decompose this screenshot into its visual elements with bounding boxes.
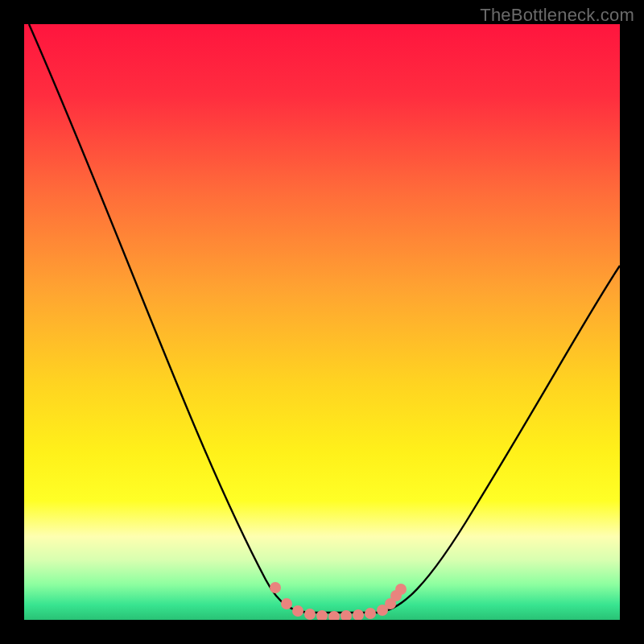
watermark-text: TheBottleneck.com [480, 5, 634, 26]
marker-dot [395, 584, 407, 595]
marker-dot [292, 605, 303, 617]
marker-dot [365, 608, 376, 619]
optimal-range-markers [270, 582, 407, 620]
plot-area [24, 24, 620, 620]
chart-frame: TheBottleneck.com [0, 0, 644, 644]
curve-right-branch [378, 266, 620, 613]
marker-dot [270, 582, 281, 593]
marker-dot [304, 609, 316, 620]
curve-left-branch [29, 24, 310, 613]
marker-dot [353, 609, 364, 620]
marker-dot [281, 598, 292, 609]
bottleneck-curve [24, 24, 620, 620]
